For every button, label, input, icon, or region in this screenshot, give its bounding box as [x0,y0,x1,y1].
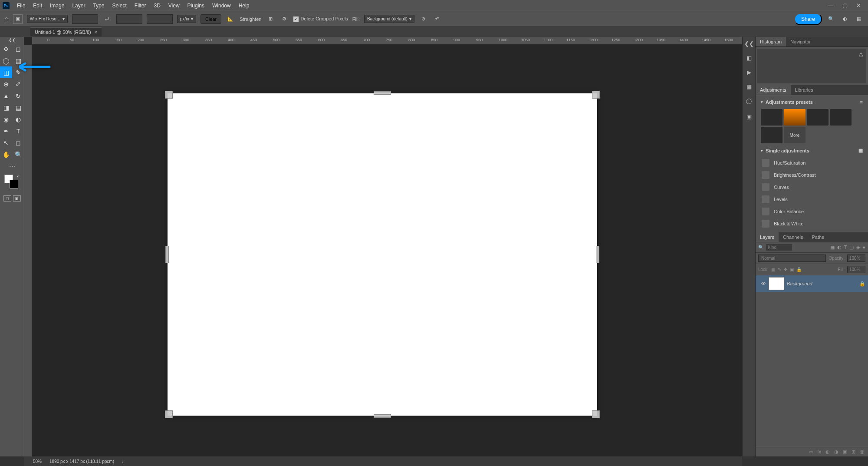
adjustment-levels[interactable]: Levels [761,193,863,205]
tab-paths[interactable]: Paths [808,232,829,242]
swap-colors-icon[interactable]: ⤺ [17,174,20,178]
tool-icon-crop[interactable]: ▣ [13,14,23,24]
workspace-icon[interactable]: ▦ [854,14,864,24]
tab-libraries[interactable]: Libraries [791,85,818,95]
lock-position-icon[interactable]: ✥ [784,267,787,272]
crop-settings-icon[interactable]: ⚙ [279,14,289,24]
new-layer-icon[interactable]: ⊞ [852,449,855,455]
preset-4[interactable] [830,109,852,126]
crop-height-input[interactable] [116,14,142,24]
overlay-options-icon[interactable]: ⊞ [266,14,275,24]
layer-locked-icon[interactable]: 🔒 [859,281,865,287]
dock-chev-icon[interactable]: ❮❮ [744,40,754,47]
filter-adj-icon[interactable]: ◐ [837,245,842,250]
menu-window[interactable]: Window [208,0,235,11]
crop-handle-tr[interactable] [592,91,600,99]
preset-5[interactable] [761,127,783,143]
tab-layers[interactable]: Layers [756,232,779,242]
single-adjustments-header[interactable]: Single adjustments▦ [757,145,866,156]
brush-tool[interactable]: ✐ [12,78,24,90]
window-maximize-icon[interactable]: ▢ [842,2,848,9]
tab-histogram[interactable]: Histogram [756,37,786,46]
crop-unit-dropdown[interactable]: px/in▾ [177,15,196,23]
background-color[interactable] [10,180,18,188]
menu-image[interactable]: Image [46,0,68,11]
menu-select[interactable]: Select [108,0,130,11]
swap-dimensions-icon[interactable]: ⇄ [102,14,112,24]
help-icon[interactable]: ◐ [840,14,850,24]
menu-view[interactable]: View [164,0,184,11]
canvas[interactable] [168,93,597,416]
mask-icon[interactable]: ◐ [825,449,830,455]
menu-type[interactable]: Type [89,0,108,11]
layer-thumbnail[interactable] [769,277,784,290]
zoom-level[interactable]: 50% [33,459,42,464]
search-icon[interactable]: 🔍 [826,14,836,24]
tab-navigator[interactable]: Navigator [786,37,815,46]
crop-ratio-dropdown[interactable]: W x H x Reso…▾ [27,15,68,23]
home-icon[interactable]: ⌂ [4,15,9,23]
document-tab[interactable]: Untitled-1 @ 50% (RGB/8) [30,27,102,36]
clear-button[interactable]: Clear [201,14,221,24]
adjustment-brightness-contrast[interactable]: Brightness/Contrast [761,169,863,181]
horizontal-ruler[interactable]: 0501001502002503003504004505005506006507… [32,37,742,45]
adjustment-color-balance[interactable]: Color Balance [761,205,863,218]
filter-shape-icon[interactable]: ▢ [849,245,854,250]
menu-help[interactable]: Help [235,0,253,11]
adjustment-black-white[interactable]: Black & White [761,218,863,230]
lock-pixels-icon[interactable]: ▦ [771,267,775,272]
preset-3[interactable] [807,109,829,126]
filter-toggle-icon[interactable]: ● [862,245,865,250]
adjustment-curves[interactable]: Curves [761,181,863,193]
layer-kind-search[interactable] [766,244,792,251]
reset-icon[interactable]: ⊘ [419,14,428,24]
move-tool[interactable]: ✥ [0,43,12,55]
path-select-tool[interactable]: ↖ [0,137,12,149]
adj-layer-icon[interactable]: ◑ [834,449,838,455]
quickmask-icon[interactable]: ◻ [3,195,11,202]
window-minimize-icon[interactable]: — [828,2,834,9]
dock-play-icon[interactable]: ▶ [747,69,751,76]
tab-adjustments[interactable]: Adjustments [756,85,791,95]
histogram-warning-icon[interactable]: ⚠ [858,51,864,58]
status-chevron-icon[interactable]: › [122,459,123,464]
filter-image-icon[interactable]: ▦ [830,245,835,250]
dock-prop-icon[interactable]: ▣ [746,113,752,120]
crop-resolution-input[interactable] [147,14,173,24]
doc-dimensions[interactable]: 1890 px x 1417 px (118.11 ppcm) [49,459,114,464]
menu-plugins[interactable]: Plugins [184,0,208,11]
delete-layer-icon[interactable]: 🗑 [860,449,865,455]
crop-tool[interactable]: ◫ [0,66,12,78]
tab-channels[interactable]: Channels [779,232,807,242]
fx-icon[interactable]: fx [817,449,821,455]
history-brush-tool[interactable]: ↻ [12,90,24,102]
link-layers-icon[interactable]: ⚯ [809,449,813,455]
window-close-icon[interactable]: ✕ [856,2,861,9]
dodge-tool[interactable]: ◐ [12,113,24,125]
pen-tool[interactable]: ✒ [0,125,12,137]
eraser-tool[interactable]: ◨ [0,102,12,113]
single-grid-icon[interactable]: ▦ [858,148,863,153]
marquee-tool[interactable]: ◻ [12,43,24,55]
blend-mode-dropdown[interactable]: Normal [758,254,826,262]
menu-layer[interactable]: Layer [68,0,89,11]
crop-handle-l[interactable] [165,246,169,263]
fill-input[interactable]: 100% [847,266,865,273]
crop-handle-br[interactable] [592,410,600,418]
menu-3d[interactable]: 3D [150,0,164,11]
crop-handle-r[interactable] [596,246,599,263]
zoom-tool[interactable]: 🔍 [12,149,24,160]
dock-color-icon[interactable]: ◧ [746,55,752,61]
undo-icon[interactable]: ↶ [433,14,442,24]
crop-handle-t[interactable] [374,91,391,95]
adjustments-presets-header[interactable]: Adjustments presets≡ [757,97,866,107]
menu-filter[interactable]: Filter [131,0,150,11]
lasso-tool[interactable]: ◯ [0,55,12,66]
layer-background[interactable]: 👁 Background 🔒 [756,275,868,292]
lock-artboard-icon[interactable]: ▣ [790,267,794,272]
presets-menu-icon[interactable]: ≡ [860,99,863,105]
screenmode-icon[interactable]: ▣ [13,195,21,202]
menu-edit[interactable]: Edit [29,0,46,11]
adjustment-hue-saturation[interactable]: Hue/Saturation [761,157,863,169]
delete-cropped-checkbox[interactable]: ✓Delete Cropped Pixels [293,16,348,22]
